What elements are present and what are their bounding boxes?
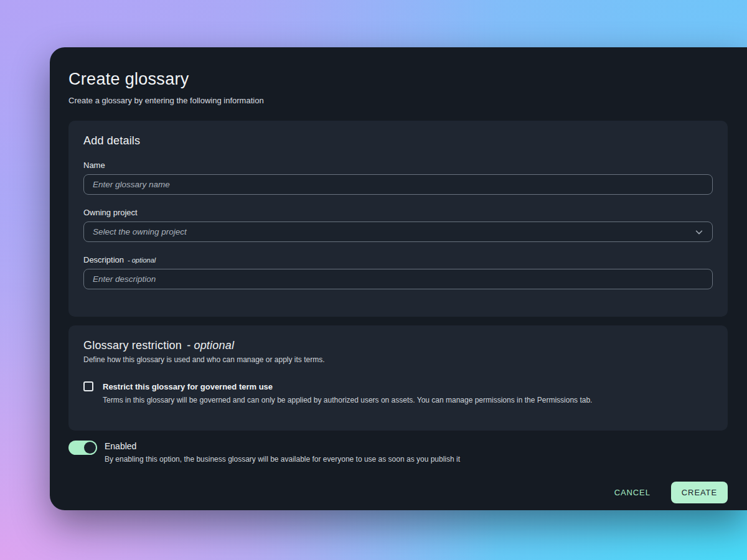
- enabled-toggle-description: By enabling this option, the business gl…: [105, 455, 460, 464]
- page-subtitle: Create a glossary by entering the follow…: [68, 96, 728, 105]
- restrict-checkbox-label[interactable]: Restrict this glossary for governed term…: [103, 382, 273, 391]
- restrict-checkbox-description: Terms in this glossary will be governed …: [103, 396, 713, 404]
- glossary-restriction-heading: Glossary restriction- optional: [83, 339, 713, 352]
- page-title: Create glossary: [68, 70, 728, 89]
- restrict-checkbox-row: Restrict this glossary for governed term…: [83, 381, 713, 391]
- toggle-knob: [84, 442, 96, 454]
- owning-project-placeholder: Select the owning project: [93, 227, 187, 236]
- add-details-heading: Add details: [83, 134, 713, 147]
- description-label: Description- optional: [83, 255, 713, 264]
- description-optional-suffix: - optional: [128, 256, 156, 264]
- glossary-name-input[interactable]: [83, 174, 713, 195]
- chevron-down-icon: [695, 228, 703, 236]
- enabled-toggle-label: Enabled: [105, 440, 460, 453]
- enabled-toggle-text: Enabled By enabling this option, the bus…: [105, 440, 460, 464]
- dialog-footer: CANCEL CREATE: [68, 482, 728, 503]
- enabled-toggle-row: Enabled By enabling this option, the bus…: [68, 440, 728, 464]
- glossary-restriction-subheading: Define how this glossary is used and who…: [83, 355, 713, 364]
- enabled-toggle[interactable]: [68, 441, 97, 455]
- add-details-card: Add details Name Owning project Select t…: [68, 121, 728, 317]
- glossary-restriction-card: Glossary restriction- optional Define ho…: [68, 325, 728, 431]
- restriction-optional-suffix: - optional: [187, 339, 234, 352]
- restrict-glossary-checkbox[interactable]: [83, 381, 93, 391]
- cancel-button[interactable]: CANCEL: [613, 483, 652, 502]
- description-input[interactable]: [83, 269, 713, 289]
- name-label: Name: [83, 161, 713, 170]
- owning-project-select[interactable]: Select the owning project: [83, 222, 713, 242]
- create-button[interactable]: CREATE: [671, 482, 728, 503]
- create-glossary-dialog: Create glossary Create a glossary by ent…: [50, 47, 747, 510]
- owning-project-label: Owning project: [83, 208, 713, 217]
